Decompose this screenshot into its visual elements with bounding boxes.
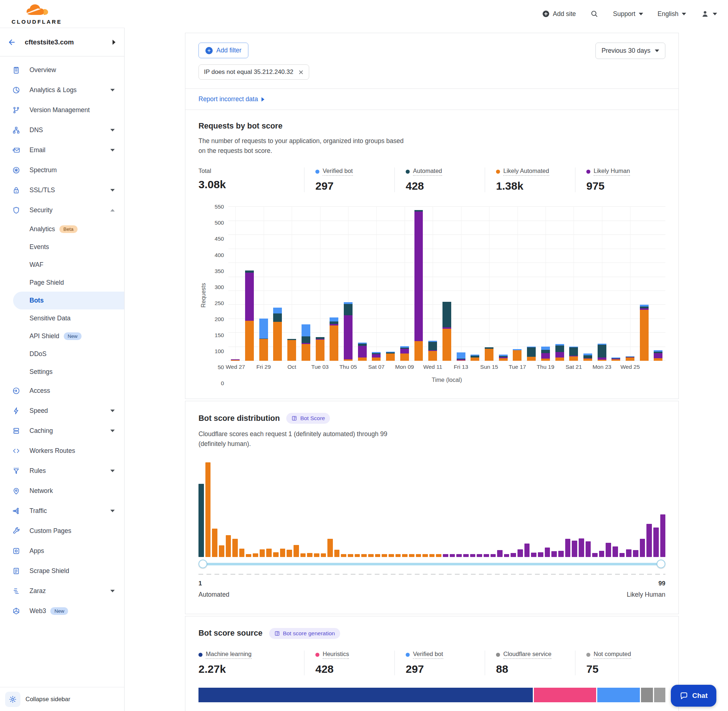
- bot-score-generation-doc-badge[interactable]: Bot score generation: [269, 628, 340, 639]
- stat-label-text[interactable]: Likely Human: [594, 167, 630, 176]
- chevron-down-icon[interactable]: [110, 149, 115, 152]
- stat-label-text[interactable]: Automated: [413, 167, 442, 176]
- histogram-bar-likely-human: [579, 538, 584, 557]
- support-menu[interactable]: Support: [613, 10, 643, 18]
- close-icon[interactable]: [298, 69, 304, 75]
- sidebar-item-security-settings[interactable]: Settings: [0, 363, 124, 381]
- bar-slot: [285, 207, 299, 361]
- stacked-bar: [415, 210, 423, 361]
- sidebar-item-bots[interactable]: Bots: [13, 292, 124, 310]
- chevron-down-icon[interactable]: [110, 189, 115, 192]
- sidebar-item-web3[interactable]: Web3New: [0, 601, 124, 621]
- sidebar-item-workers-routes[interactable]: Workers Routes: [0, 441, 124, 461]
- sidebar-item-dns[interactable]: DNS: [0, 120, 124, 140]
- sidebar-item-overview[interactable]: Overview: [0, 60, 124, 80]
- chevron-down-icon[interactable]: [110, 590, 115, 592]
- stat-label-text[interactable]: Verified bot: [413, 651, 443, 659]
- report-incorrect-data-link[interactable]: Report incorrect data: [198, 95, 258, 103]
- sidebar-item-caching[interactable]: Caching: [0, 421, 124, 441]
- add-site-button[interactable]: Add site: [542, 10, 576, 18]
- stacked-bar: [245, 270, 254, 361]
- sidebar-item-scrape-shield[interactable]: Scrape Shield: [0, 561, 124, 581]
- sidebar-item-traffic[interactable]: Traffic: [0, 501, 124, 521]
- date-range-button[interactable]: Previous 30 days: [595, 43, 665, 59]
- sidebar-item-security[interactable]: Security: [0, 200, 124, 220]
- sidebar-item-apps[interactable]: Apps: [0, 541, 124, 561]
- stat-label-text[interactable]: Machine learning: [206, 651, 252, 659]
- y-tick-label: 300: [214, 284, 224, 291]
- bot-score-doc-badge[interactable]: Bot Score: [286, 413, 330, 424]
- stat-label: Likely Human: [586, 167, 630, 176]
- chevron-up-icon[interactable]: [110, 209, 115, 211]
- stacked-bar: [583, 354, 592, 361]
- chevron-down-icon[interactable]: [110, 470, 115, 472]
- chevron-right-icon[interactable]: [112, 40, 115, 45]
- add-filter-button[interactable]: + Add filter: [198, 43, 248, 58]
- sidebar-item-ssl-tls[interactable]: SSL/TLS: [0, 180, 124, 200]
- book-icon: [291, 415, 297, 421]
- slider-handle-max[interactable]: [657, 559, 665, 568]
- sidebar-item-version-management[interactable]: Version Management: [0, 100, 124, 120]
- settings-gear-button[interactable]: [5, 692, 21, 707]
- sidebar-item-ddos[interactable]: DDoS: [0, 345, 124, 363]
- stat-label-text[interactable]: Cloudflare service: [503, 651, 551, 659]
- histogram-bar-likely-human: [497, 550, 502, 557]
- sidebar-item-network[interactable]: Network: [0, 481, 124, 501]
- legend-dot: [586, 653, 590, 657]
- filter-chip[interactable]: IP does not equal 35.212.240.32: [198, 65, 309, 80]
- sidebar-item-page-shield[interactable]: Page Shield: [0, 274, 124, 292]
- sidebar-item-access[interactable]: Access: [0, 381, 124, 401]
- sidebar-item-email[interactable]: Email: [0, 140, 124, 160]
- search-button[interactable]: [590, 10, 598, 18]
- stat-label-text[interactable]: Verified bot: [323, 167, 353, 176]
- y-tick-label: 400: [214, 252, 224, 258]
- bar-slot: [299, 207, 313, 361]
- chevron-down-icon[interactable]: [110, 129, 115, 131]
- sidebar-item-spectrum[interactable]: Spectrum: [0, 160, 124, 180]
- chevron-down-icon[interactable]: [110, 429, 115, 432]
- sidebar-item-sensitive-data[interactable]: Sensitive Data: [0, 310, 124, 327]
- language-menu[interactable]: English: [658, 10, 686, 18]
- site-selector[interactable]: cftestsite3.com: [0, 28, 124, 56]
- sidebar-item-custom-pages[interactable]: Custom Pages: [0, 521, 124, 541]
- histogram-bar-likely-automated: [348, 554, 353, 557]
- stat-label-text[interactable]: Heuristics: [323, 651, 349, 659]
- histogram-bar-likely-automated: [286, 550, 292, 557]
- sidebar-item-label: Workers Routes: [30, 447, 75, 455]
- chevron-down-icon[interactable]: [110, 510, 115, 512]
- bot-score-histogram: [198, 462, 665, 557]
- sidebar-item-security-analytics[interactable]: AnalyticsBeta: [0, 220, 124, 238]
- sidebar-item-speed[interactable]: Speed: [0, 401, 124, 421]
- sidebar-item-waf[interactable]: WAF: [0, 256, 124, 274]
- bar-slot: [651, 207, 665, 361]
- stat-label-text: Total: [198, 167, 211, 174]
- sidebar-item-analytics-logs[interactable]: Analytics & Logs: [0, 80, 124, 100]
- bar-slot: [440, 207, 454, 361]
- x-tick-label: Sat 07: [368, 364, 385, 370]
- score-range-slider[interactable]: [198, 559, 665, 569]
- requests-chart-plot: [228, 207, 665, 361]
- speed-icon: [12, 407, 21, 415]
- bar-slot: [595, 207, 609, 361]
- stat-label-text[interactable]: Not computed: [594, 651, 631, 659]
- sidebar-item-api-shield[interactable]: API ShieldNew: [0, 327, 124, 345]
- stat-value: 297: [406, 663, 485, 675]
- sidebar-item-label: Traffic: [30, 507, 47, 515]
- back-arrow-icon[interactable]: [8, 38, 16, 46]
- bar-slot: [637, 207, 651, 361]
- slider-handle-min[interactable]: [198, 559, 207, 568]
- histogram-bar-likely-human: [653, 528, 659, 557]
- sidebar-item-security-events[interactable]: Events: [0, 238, 124, 256]
- chevron-down-icon[interactable]: [110, 410, 115, 412]
- collapse-sidebar-button[interactable]: Collapse sidebar: [25, 696, 70, 703]
- sidebar-item-rules[interactable]: Rules: [0, 461, 124, 481]
- chevron-down-icon[interactable]: [110, 89, 115, 91]
- chat-button[interactable]: Chat: [671, 685, 716, 707]
- source-segment-cloudflare-service: [641, 688, 654, 702]
- account-menu[interactable]: [701, 9, 717, 18]
- bar-segment-likely-automated: [598, 360, 606, 361]
- stat-label-text[interactable]: Likely Automated: [503, 167, 549, 176]
- sidebar-item-zaraz[interactable]: Zaraz: [0, 581, 124, 601]
- slider-track[interactable]: [202, 563, 662, 565]
- histogram-bar-likely-human: [647, 524, 652, 557]
